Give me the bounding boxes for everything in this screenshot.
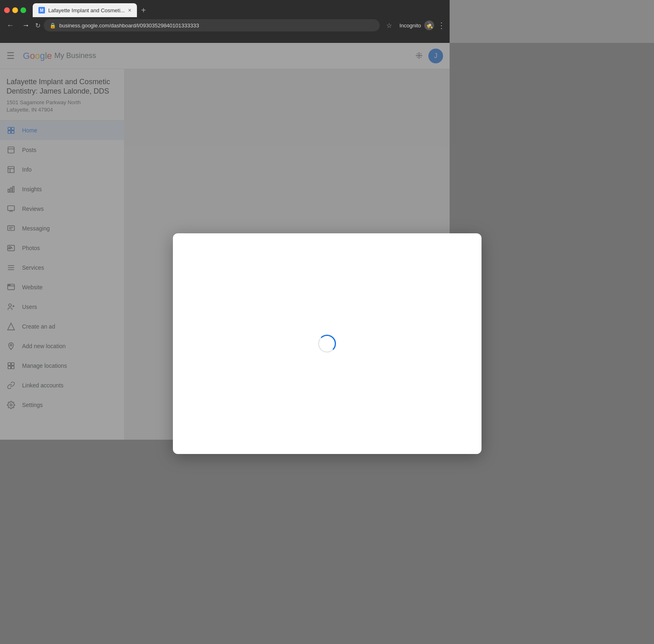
loading-modal xyxy=(173,233,450,440)
tab-close-button[interactable]: × xyxy=(128,7,131,13)
incognito-area: Incognito 🕵 xyxy=(399,20,434,30)
incognito-icon: 🕵 xyxy=(424,20,434,30)
loading-spinner xyxy=(318,335,336,353)
new-tab-button[interactable]: + xyxy=(141,6,146,15)
minimize-window-button[interactable] xyxy=(12,7,18,13)
maximize-window-button[interactable] xyxy=(20,7,26,13)
tab-bar: M Lafayette Implant and Cosmeti... × + xyxy=(0,0,450,17)
active-tab[interactable]: M Lafayette Implant and Cosmeti... × xyxy=(33,3,137,17)
modal-overlay xyxy=(0,43,450,440)
lock-icon: 🔒 xyxy=(49,22,56,29)
bookmark-icon[interactable]: ☆ xyxy=(386,22,392,29)
window-controls xyxy=(4,7,26,13)
tab-favicon: M xyxy=(38,7,45,13)
back-button[interactable]: ← xyxy=(4,20,16,31)
url-text: business.google.com/dashboard/l/09303529… xyxy=(59,22,199,29)
close-window-button[interactable] xyxy=(4,7,10,13)
incognito-label: Incognito xyxy=(399,22,421,29)
tab-label: Lafayette Implant and Cosmeti... xyxy=(48,7,125,13)
browser-menu-button[interactable]: ⋮ xyxy=(437,20,446,30)
address-bar: ← → ↻ 🔒 business.google.com/dashboard/l/… xyxy=(0,17,450,34)
url-bar[interactable]: 🔒 business.google.com/dashboard/l/093035… xyxy=(44,19,380,31)
browser-chrome: M Lafayette Implant and Cosmeti... × + ←… xyxy=(0,0,450,43)
reload-button[interactable]: ↻ xyxy=(35,22,40,29)
forward-button[interactable]: → xyxy=(20,20,32,31)
